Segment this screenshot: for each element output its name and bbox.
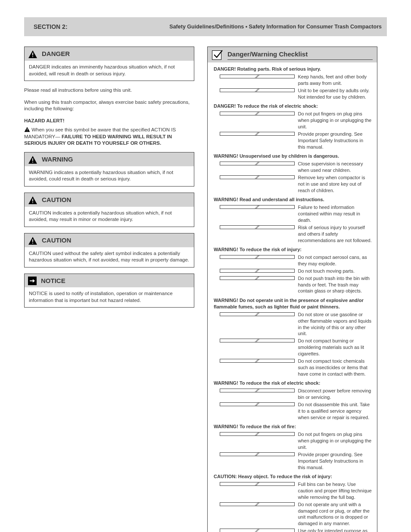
checkbox-icon: [220, 452, 295, 456]
checkbox-icon: [220, 132, 295, 136]
checkbox-icon: [220, 269, 295, 273]
checkbox-icon: [220, 255, 295, 259]
checklist-group-title: DANGER! To reduce the risk of electric s…: [214, 103, 372, 109]
checklist-item-text: Provide proper grounding. See Important …: [298, 131, 372, 150]
section-label: SECTION 2:: [34, 23, 68, 31]
warning-triangle-icon: [28, 155, 37, 164]
checklist-item: Use only for intended purpose as describ…: [214, 527, 372, 532]
checkbox-icon: [220, 276, 295, 280]
checkbox-icon: [220, 359, 295, 363]
svg-rect-4: [32, 158, 33, 161]
checklist-item: Do not compact aerosol cans, as they may…: [214, 254, 372, 268]
checklist-item-text: Disconnect power before removing bin or …: [298, 388, 372, 401]
warning-body: WARNING indicates a potentially hazardou…: [25, 166, 194, 186]
checklist-item-text: Do not compact burning or smoldering mat…: [298, 338, 372, 357]
caution-header-2: CAUTION: [42, 236, 71, 245]
svg-rect-7: [32, 202, 33, 203]
checklist-item: Close supervision is necessary when used…: [214, 160, 372, 174]
danger-callout: DANGER DANGER indicates an imminently ha…: [24, 47, 194, 81]
left-column: DANGER DANGER indicates an imminently ha…: [24, 47, 194, 532]
checklist-item-text: Do not touch moving parts.: [298, 268, 372, 274]
checkbox-icon: [220, 175, 295, 179]
checklist-item: Do not compact toxic chemicals such as i…: [214, 358, 372, 378]
checklist-item-text: Keep hands, feet and other body parts aw…: [298, 74, 372, 87]
checklist-item: Do not disassemble this unit. Take it to…: [214, 401, 372, 421]
svg-rect-5: [32, 162, 33, 162]
checklist-group-title: CAUTION: Heavy object. To reduce the ris…: [214, 473, 372, 480]
notice-callout: NOTICE NOTICE is used to notify of insta…: [24, 274, 194, 308]
hazard-alert-heading: HAZARD ALERT!: [24, 118, 194, 124]
right-column: Danger/Warning Checklist DANGER! Rotatin…: [207, 47, 377, 532]
checklist-item: Do not store or use gasoline or other fl…: [214, 311, 372, 337]
checkbox-icon: [220, 432, 295, 436]
checkbox-icon: [220, 162, 295, 165]
checklist-body: DANGER! Rotating parts. Risk of serious …: [208, 62, 377, 532]
checklist-item: Full bins can be heavy. Use caution and …: [214, 481, 372, 501]
checkbox-icon: [220, 389, 295, 392]
hazard-alert-body: When you see this symbol be aware that t…: [24, 127, 194, 147]
arrow-right-icon: [28, 277, 37, 285]
warning-triangle-icon: [24, 127, 31, 132]
caution-callout-1: CAUTION CAUTION indicates a potentially …: [24, 193, 194, 227]
warning-triangle-icon: [28, 236, 37, 245]
checkmark-icon: [212, 50, 221, 60]
checkbox-icon: [220, 502, 295, 506]
checkbox-icon: [220, 339, 295, 342]
checkbox-icon: [220, 312, 295, 316]
checkbox-icon: [220, 205, 295, 209]
caution-callout-2: CAUTION CAUTION used without the safety …: [24, 233, 194, 268]
checklist-item-text: Unit to be operated by adults only. Not …: [298, 87, 372, 100]
checklist-item: Risk of serious injury to yourself and o…: [214, 224, 372, 244]
checkbox-icon: [220, 75, 295, 78]
checklist-item: Keep hands, feet and other body parts aw…: [214, 73, 372, 87]
checklist-item-text: Do not put fingers on plug pins when plu…: [298, 111, 372, 130]
notice-header: NOTICE: [41, 277, 65, 285]
warning-header: WARNING: [42, 155, 73, 164]
svg-rect-6: [32, 199, 33, 201]
checklist-item: Unit to be operated by adults only. Not …: [214, 87, 372, 101]
checklist-item: Provide proper grounding. See Important …: [214, 451, 372, 471]
checklist-item: Provide proper grounding. See Important …: [214, 131, 372, 151]
checklist-item: Do not put fingers on plug pins when plu…: [214, 110, 372, 131]
warning-callout: WARNING WARNING indicates a potentially …: [24, 152, 194, 187]
checklist-item-text: Risk of serious injury to yourself and o…: [298, 224, 372, 244]
checklist-item: Do not touch moving parts.: [214, 268, 372, 275]
checkbox-icon: [220, 529, 295, 532]
danger-header: DANGER: [42, 50, 70, 58]
checklist-group-title: WARNING! Do not operate unit in the pres…: [214, 297, 372, 310]
checkbox-icon: [220, 112, 295, 115]
checkbox-icon: [220, 482, 295, 486]
checkbox-icon: [220, 225, 295, 229]
checklist-item: Do not push trash into the bin with hand…: [214, 275, 372, 295]
caution-body-1: CAUTION indicates a potentially hazardou…: [25, 207, 194, 227]
svg-rect-8: [32, 239, 33, 242]
danger-body: DANGER indicates an imminently hazardous…: [25, 61, 194, 81]
checklist-item: Remove key when compactor is not in use …: [214, 174, 372, 194]
checklist-group-title: DANGER! Rotating parts. Risk of serious …: [214, 66, 372, 72]
checklist-item-text: Do not disassemble this unit. Take it to…: [298, 401, 372, 421]
checklist-item-text: Do not push trash into the bin with hand…: [298, 275, 372, 295]
svg-rect-3: [27, 131, 27, 131]
caution-header-1: CAUTION: [42, 196, 71, 204]
title-bar: SECTION 2: Safety Guidelines/Definitions…: [24, 17, 387, 36]
checklist-item: Failure to heed information contained wi…: [214, 204, 372, 224]
checklist-item-text: Remove key when compactor is not in use …: [298, 174, 372, 194]
checklist-item-text: Close supervision is necessary when used…: [298, 161, 372, 174]
checklist-group-title: WARNING! To reduce the risk of electric …: [214, 380, 372, 386]
checklist-group-title: WARNING! To reduce the risk of fire:: [214, 423, 372, 430]
checklist-item-text: Provide proper grounding. See Important …: [298, 451, 372, 471]
svg-rect-1: [32, 56, 33, 57]
checklist-group-title: WARNING! Unsupervised use by children is…: [214, 153, 372, 159]
checklist-item: Do not compact burning or smoldering mat…: [214, 337, 372, 358]
intro-para-1: Please read all instructions before usin…: [24, 87, 194, 94]
checkbox-icon: [220, 88, 295, 92]
checklist-item: Disconnect power before removing bin or …: [214, 387, 372, 401]
svg-rect-2: [27, 128, 27, 130]
warning-triangle-icon: [28, 50, 37, 59]
notice-body: NOTICE is used to notify of installation…: [25, 287, 194, 307]
checklist-item-text: Do not put fingers on plug pins when plu…: [298, 431, 372, 451]
checkbox-icon: [220, 402, 295, 406]
checklist-group-title: WARNING! Read and understand all instruc…: [214, 196, 372, 203]
svg-rect-9: [32, 243, 33, 243]
svg-rect-0: [32, 53, 33, 55]
